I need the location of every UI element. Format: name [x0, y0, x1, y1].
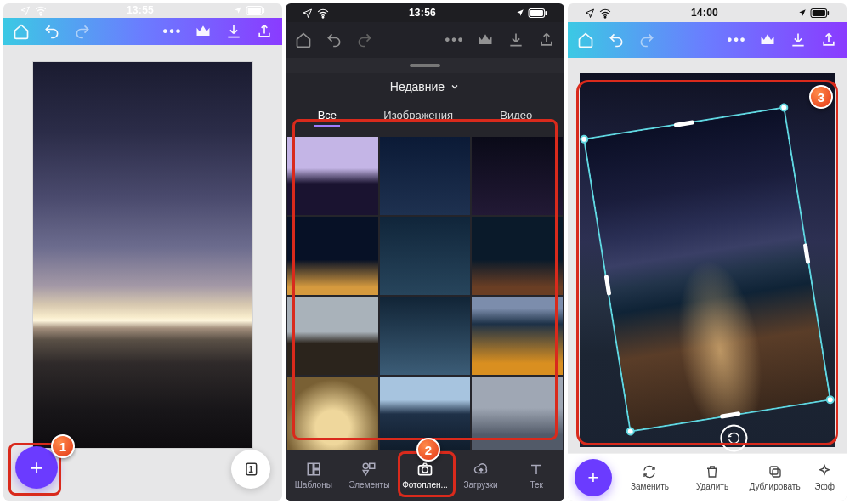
action-replace[interactable]: Заменить	[620, 464, 680, 491]
photo-thumbnail[interactable]	[472, 217, 563, 295]
more-icon[interactable]: •••	[163, 22, 182, 41]
svg-rect-8	[545, 10, 547, 14]
svg-rect-10	[314, 463, 320, 468]
redo-icon[interactable]	[638, 31, 656, 49]
photo-thumbnail[interactable]	[287, 137, 378, 215]
canvas-area[interactable]	[568, 58, 847, 501]
photo-thumbnail[interactable]	[380, 297, 471, 375]
share-icon[interactable]	[819, 31, 838, 49]
svg-rect-2	[248, 8, 261, 14]
svg-point-5	[322, 16, 324, 18]
svg-rect-13	[370, 463, 375, 468]
editor-toolbar: •••	[568, 22, 847, 58]
action-duplicate[interactable]: Дублировать	[745, 464, 805, 491]
add-element-button[interactable]: +	[15, 446, 58, 489]
svg-rect-11	[314, 470, 320, 475]
status-time: 13:56	[409, 7, 436, 19]
share-icon[interactable]	[537, 31, 556, 49]
artboard[interactable]	[580, 73, 835, 447]
svg-rect-20	[773, 469, 780, 477]
home-icon[interactable]	[576, 31, 595, 49]
photo-thumbnail[interactable]	[287, 217, 378, 295]
battery-icon	[529, 8, 547, 18]
photo-thumbnail[interactable]	[472, 297, 563, 375]
undo-icon[interactable]	[42, 22, 61, 41]
undo-icon[interactable]	[607, 31, 626, 49]
download-icon[interactable]	[507, 31, 525, 49]
battery-icon	[811, 8, 830, 18]
more-icon[interactable]: •••	[445, 31, 464, 49]
text-icon	[528, 461, 545, 478]
photo-thumbnail[interactable]	[380, 217, 471, 295]
photo-thumbnail[interactable]	[472, 137, 563, 215]
cloud-upload-icon	[473, 461, 490, 478]
svg-rect-18	[813, 10, 825, 16]
media-filter-tabs: Все Изображения Видео	[286, 100, 564, 135]
tab-video[interactable]: Видео	[496, 105, 536, 127]
download-icon[interactable]	[224, 22, 243, 41]
home-icon[interactable]	[12, 22, 31, 41]
crown-icon[interactable]	[476, 31, 495, 49]
phone-1: 13:55 ••• + 1 1	[3, 3, 282, 501]
step-badge-3: 3	[809, 85, 833, 109]
svg-point-12	[364, 463, 369, 468]
phone-3: 14:00 •••	[568, 3, 847, 501]
element-action-bar: + Заменить Удалить Дублировать Эфф	[568, 453, 847, 501]
wifi-icon	[317, 8, 329, 18]
page-count-button[interactable]: 1	[231, 450, 270, 489]
background-image	[33, 62, 252, 448]
tab-templates[interactable]: Шаблоны	[287, 461, 340, 490]
tab-all[interactable]: Все	[314, 105, 340, 127]
tab-images[interactable]: Изображения	[380, 105, 456, 127]
recent-label: Недавние	[390, 80, 445, 93]
svg-rect-7	[530, 10, 543, 16]
tab-camera-roll[interactable]: Фотоплен...	[399, 461, 451, 490]
svg-point-15	[422, 467, 428, 473]
drawer-handle[interactable]	[286, 58, 564, 73]
tab-text[interactable]: Тек	[510, 461, 563, 490]
photo-thumbnail[interactable]	[287, 297, 378, 375]
tab-uploads[interactable]: Загрузки	[455, 461, 507, 490]
canvas-area[interactable]: + 1	[3, 45, 282, 501]
editor-toolbar: •••	[3, 18, 282, 45]
battery-icon	[246, 6, 265, 15]
action-effects[interactable]: Эфф	[808, 464, 842, 491]
svg-rect-19	[827, 10, 829, 14]
share-icon[interactable]	[255, 22, 274, 41]
photo-thumbnail[interactable]	[380, 137, 471, 215]
photo-thumbnail[interactable]	[287, 377, 378, 450]
page-count: 1	[248, 465, 253, 474]
home-icon[interactable]	[294, 31, 313, 49]
artboard[interactable]	[33, 62, 252, 448]
location-icon	[234, 6, 242, 14]
download-icon[interactable]	[789, 31, 808, 49]
redo-icon[interactable]	[73, 22, 92, 41]
location-icon	[516, 8, 524, 17]
wifi-icon	[599, 8, 611, 18]
svg-rect-3	[263, 8, 264, 13]
tab-elements[interactable]: Элементы	[343, 461, 395, 490]
add-element-button[interactable]: +	[575, 459, 612, 496]
airplane-mode-icon	[585, 8, 595, 18]
more-icon[interactable]: •••	[728, 31, 746, 49]
crown-icon[interactable]	[758, 31, 777, 49]
photo-grid	[286, 135, 564, 450]
replace-icon	[642, 464, 657, 479]
undo-icon[interactable]	[325, 31, 343, 49]
step-badge-1: 1	[51, 434, 75, 458]
status-bar: 13:56	[286, 3, 564, 22]
crown-icon[interactable]	[194, 22, 212, 41]
status-time: 13:55	[127, 4, 154, 16]
redo-icon[interactable]	[355, 31, 374, 49]
recent-dropdown[interactable]: Недавние	[286, 73, 564, 100]
location-icon	[798, 8, 807, 17]
action-delete[interactable]: Удалить	[683, 464, 742, 491]
photo-thumbnail[interactable]	[472, 377, 563, 450]
phone-2: 13:56 ••• Недавние Все Изображения Видео	[286, 3, 564, 501]
status-bar: 13:55	[3, 3, 282, 18]
airplane-mode-icon	[303, 8, 313, 18]
svg-point-16	[604, 16, 606, 18]
svg-rect-21	[770, 467, 778, 474]
airplane-mode-icon	[20, 5, 31, 15]
selected-image	[585, 109, 829, 431]
